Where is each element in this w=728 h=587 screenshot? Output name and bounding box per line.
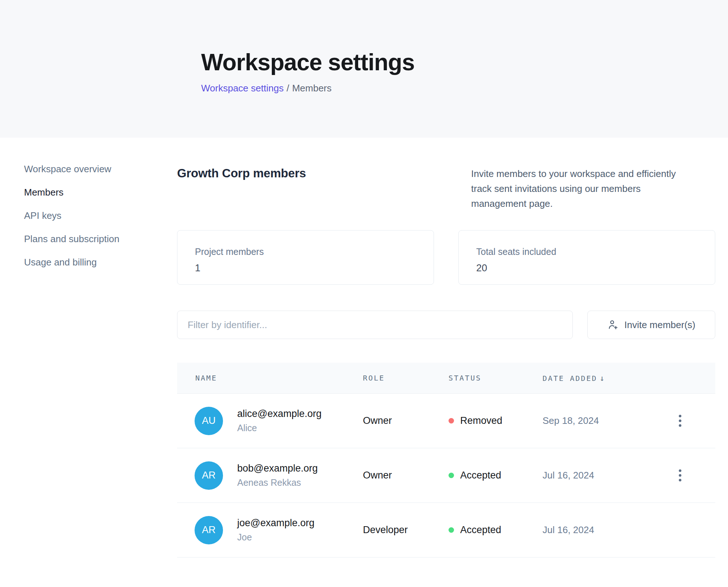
status-dot-accepted (449, 527, 454, 533)
member-role: Owner (363, 470, 449, 481)
member-name-cell: AR joe@example.org Joe (177, 516, 363, 544)
breadcrumb-current: Members (292, 83, 332, 94)
member-name: Alice (237, 423, 322, 433)
members-table: NAME ROLE STATUS DATE ADDED↓ AU alice@ex… (177, 363, 715, 558)
avatar: AR (195, 516, 223, 544)
sidebar-item-api-keys[interactable]: API keys (24, 210, 177, 222)
stat-value: 20 (476, 263, 715, 274)
stats-row: Project members 1 Total seats included 2… (177, 230, 715, 285)
member-date-added: Jul 16, 2024 (543, 524, 645, 536)
status-dot-accepted (449, 473, 454, 478)
invite-members-button[interactable]: Invite member(s) (587, 311, 715, 339)
member-role: Developer (363, 524, 449, 536)
column-header-name: NAME (177, 374, 363, 382)
breadcrumb: Workspace settings/Members (201, 83, 728, 94)
table-header-row: NAME ROLE STATUS DATE ADDED↓ (177, 363, 715, 394)
member-status: Accepted (449, 470, 543, 481)
page-header: Workspace settings Workspace settings/Me… (0, 0, 728, 138)
column-header-status: STATUS (449, 374, 543, 382)
column-header-date-added[interactable]: DATE ADDED↓ (543, 374, 645, 383)
row-menu-kebab-icon[interactable] (675, 411, 685, 430)
row-menu-kebab-icon[interactable] (675, 466, 685, 485)
breadcrumb-link-workspace-settings[interactable]: Workspace settings (201, 83, 283, 94)
breadcrumb-separator: / (286, 83, 289, 94)
sidebar-item-workspace-overview[interactable]: Workspace overview (24, 163, 177, 175)
content: Workspace overview Members API keys Plan… (0, 138, 728, 558)
page-title: Workspace settings (201, 50, 728, 75)
avatar: AU (195, 407, 223, 435)
member-name-cell: AU alice@example.org Alice (177, 407, 363, 435)
member-email: alice@example.org (237, 408, 322, 419)
sort-descending-icon: ↓ (599, 374, 604, 383)
member-name-cell: AR bob@example.org Aeneas Rekkas (177, 461, 363, 490)
person-plus-icon (607, 319, 619, 331)
member-email: bob@example.org (237, 463, 318, 474)
member-email: joe@example.org (237, 517, 314, 529)
stat-label: Project members (195, 247, 434, 257)
member-role: Owner (363, 415, 449, 426)
section-description: Invite members to your workspace and eff… (471, 166, 690, 211)
table-row: AR bob@example.org Aeneas Rekkas Owner A… (177, 448, 715, 503)
member-name: Aeneas Rekkas (237, 477, 318, 488)
members-section: Growth Corp members Invite members to yo… (177, 138, 728, 558)
member-status: Accepted (449, 524, 543, 536)
stat-card-total-seats: Total seats included 20 (458, 230, 715, 285)
invite-members-label: Invite member(s) (624, 319, 695, 331)
column-header-role: ROLE (363, 374, 449, 382)
sidebar-item-usage-and-billing[interactable]: Usage and billing (24, 256, 177, 268)
status-dot-removed (449, 418, 454, 423)
filter-row: Invite member(s) (177, 311, 715, 339)
table-row: AU alice@example.org Alice Owner Removed… (177, 394, 715, 448)
sidebar-item-members[interactable]: Members (24, 186, 177, 198)
sidebar-item-plans-and-subscription[interactable]: Plans and subscription (24, 233, 177, 245)
section-heading: Growth Corp members (177, 166, 306, 180)
avatar: AR (195, 461, 223, 490)
stat-value: 1 (195, 263, 434, 274)
stat-label: Total seats included (476, 247, 715, 257)
filter-input[interactable] (177, 311, 573, 339)
status-label: Removed (460, 415, 502, 426)
status-label: Accepted (460, 470, 501, 481)
member-date-added: Jul 16, 2024 (543, 470, 645, 481)
table-row: AR joe@example.org Joe Developer Accepte… (177, 503, 715, 558)
member-date-added: Sep 18, 2024 (543, 415, 645, 426)
member-status: Removed (449, 415, 543, 426)
settings-sidebar: Workspace overview Members API keys Plan… (0, 138, 177, 280)
status-label: Accepted (460, 524, 501, 536)
stat-card-project-members: Project members 1 (177, 230, 434, 285)
member-name: Joe (237, 532, 314, 543)
